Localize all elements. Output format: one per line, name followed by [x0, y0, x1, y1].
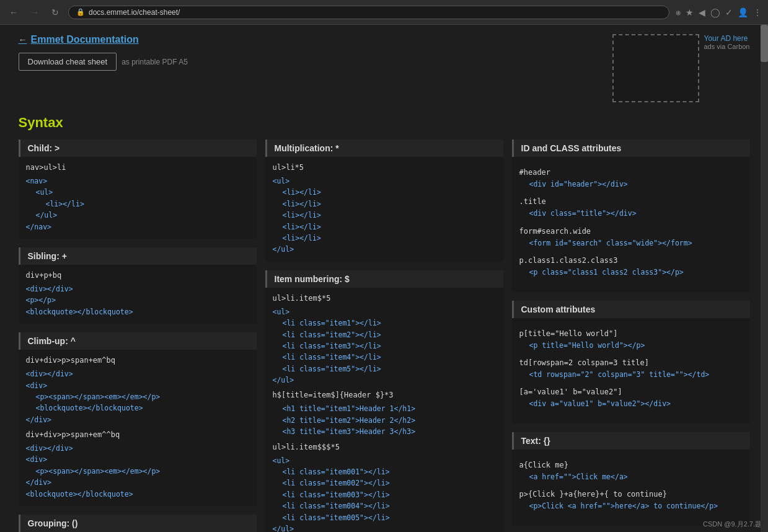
- click-me-emmet: a{Click me}: [519, 461, 743, 469]
- p-here-emmet: p>{Click }+a{here}+{ to continue}: [519, 490, 743, 499]
- code-line: <li></li>: [283, 198, 496, 210]
- code-line: <div></div>: [26, 283, 249, 295]
- child-code: <nav> <ul> <li></li> </ul> </nav>: [26, 175, 249, 233]
- climbup-header: Climb-up: ^: [19, 332, 257, 350]
- code-line: <p><span></span><em></em></p>: [36, 391, 249, 402]
- class-code: <div class="title"></div>: [529, 208, 743, 219]
- id-emmet: #header: [519, 168, 743, 177]
- multiplication-header: Multiplication: *: [265, 140, 503, 157]
- code-line: <li class="item5"></li>: [283, 363, 496, 375]
- class-subsection: .title <div class="title"></div>: [519, 197, 743, 219]
- num-code3: <ul> <li class="item001"></li> <li class…: [273, 455, 496, 532]
- code-line: <ul>: [273, 455, 496, 466]
- lock-icon: 🔒: [76, 8, 85, 16]
- sibling-header: Sibling: +: [19, 247, 257, 265]
- code-line: <div>: [26, 454, 249, 465]
- code-line: <div></div>: [26, 368, 249, 379]
- code-line: </ul>: [36, 210, 249, 221]
- url-text: docs.emmet.io/cheat-sheet/: [89, 8, 180, 17]
- bookmark-icon[interactable]: ★: [686, 7, 694, 17]
- pclass-subsection: p.class1.class2.class3 <p class="class1 …: [519, 256, 743, 278]
- ad-title: Your AD here: [704, 34, 750, 43]
- sibling-emmet: div+p+bq: [26, 271, 249, 280]
- child-header: Child: >: [19, 140, 257, 157]
- mult-code: <ul> <li></li> <li></li> <li></li> <li><…: [273, 175, 496, 255]
- code-line: <li></li>: [283, 210, 496, 221]
- code-line: <li class="item001"></li>: [283, 466, 496, 477]
- numbering-block: ul>li.item$*5 <ul> <li class="item1"></l…: [265, 288, 503, 532]
- sibling-code: <div></div> <p></p> <blockquote></blockq…: [26, 283, 249, 317]
- click-me-subsection: a{Click me} <a href="">Click me</a>: [519, 461, 743, 482]
- column-2: Multiplication: * ul>li*5 <ul> <li></li>…: [265, 140, 503, 532]
- code-line: <p><span></span><em></em></p>: [36, 466, 249, 477]
- section-title: Syntax: [19, 115, 750, 131]
- code-line: <ul>: [273, 175, 496, 187]
- scrollbar-track[interactable]: [761, 25, 768, 532]
- column-1: Child: > nav>ul>li <nav> <ul> <li></li> …: [19, 140, 257, 532]
- code-line: </nav>: [26, 221, 249, 233]
- p-here-code: <p>Click <a href="">here</a> to continue…: [529, 500, 743, 512]
- refresh-button[interactable]: ↻: [48, 6, 62, 19]
- grouping-header: Grouping: (): [19, 515, 257, 532]
- form-emmet: form#search.wide: [519, 227, 743, 236]
- num-emmet2: h$[title=item$]{Header $}*3: [273, 391, 496, 399]
- back-link[interactable]: ← Emmet Documentation: [19, 34, 188, 45]
- id-class-block: #header <div id="header"></div> .title <…: [512, 157, 750, 292]
- browser-actions: ⎈ ★ ◀ ◯ ✓ 👤 ⋮: [676, 7, 762, 17]
- puzzle-icon[interactable]: ✓: [725, 7, 733, 17]
- forward-button[interactable]: →: [27, 6, 42, 19]
- ad-subtitle: ads via Carbon: [704, 43, 750, 50]
- ab-code: <div a="value1" b="value2"></div>: [529, 398, 743, 409]
- code-line: <li class="item004"></li>: [283, 500, 496, 512]
- code-line: <blockquote></blockquote>: [26, 489, 249, 500]
- num-emmet1: ul>li.item$*5: [273, 294, 496, 303]
- td-subsection: td[rowspan=2 colspan=3 title] <td rowspa…: [519, 358, 743, 380]
- pclass-code: <p class="class1 class2 class3"></p>: [529, 267, 743, 278]
- code-line: <nav>: [26, 175, 249, 187]
- page-content: ← Emmet Documentation Download cheat she…: [6, 25, 762, 532]
- ad-text-block: Your AD here ads via Carbon: [704, 34, 750, 50]
- url-bar[interactable]: 🔒 docs.emmet.io/cheat-sheet/: [68, 6, 669, 19]
- code-line: <div></div>: [26, 443, 249, 454]
- code-line: <ul>: [273, 306, 496, 317]
- code-line: <li class="item4"></li>: [283, 352, 496, 363]
- title-attr-subsection: p[title="Hello world"] <p title="Hello w…: [519, 329, 743, 351]
- avatar-icon[interactable]: 👤: [738, 7, 748, 17]
- extensions-icon[interactable]: ◀: [699, 7, 705, 17]
- share-icon[interactable]: ⎈: [676, 7, 681, 17]
- code-line: <li class="item2"></li>: [283, 329, 496, 340]
- back-link-label: Emmet Documentation: [31, 34, 139, 45]
- code-line: <li class="item002"></li>: [283, 477, 496, 489]
- text-block: a{Click me} <a href="">Click me</a> p>{C…: [512, 450, 750, 526]
- code-line: <li></li>: [283, 233, 496, 244]
- climbup-block: div+div>p>span+em^bq <div></div> <div> <…: [19, 350, 257, 506]
- climbup-emmet1: div+div>p>span+em^bq: [26, 356, 249, 365]
- page-header: ← Emmet Documentation Download cheat she…: [19, 25, 750, 109]
- click-me-code: <a href="">Click me</a>: [529, 471, 743, 482]
- code-line: </ul>: [273, 244, 496, 255]
- num-code1: <ul> <li class="item1"></li> <li class="…: [273, 306, 496, 386]
- ad-box: [612, 34, 699, 102]
- id-code: <div id="header"></div>: [529, 179, 743, 190]
- download-button[interactable]: Download cheat sheet: [19, 53, 117, 71]
- code-line: <p></p>: [26, 295, 249, 306]
- text-header: Text: {}: [512, 432, 750, 450]
- sibling-block: div+p+bq <div></div> <p></p> <blockquote…: [19, 265, 257, 324]
- pclass-emmet: p.class1.class2.class3: [519, 256, 743, 265]
- code-line: <li></li>: [283, 187, 496, 198]
- multiplication-block: ul>li*5 <ul> <li></li> <li></li> <li></l…: [265, 157, 503, 262]
- menu-icon[interactable]: ⋮: [753, 7, 762, 17]
- code-line: <ul>: [36, 187, 249, 198]
- title-attr-emmet: p[title="Hello world"]: [519, 329, 743, 338]
- back-button[interactable]: ←: [6, 6, 21, 19]
- help-icon[interactable]: ◯: [710, 7, 720, 17]
- td-code: <td rowspan="2" colspan="3" title=""></t…: [529, 369, 743, 380]
- scrollbar-thumb[interactable]: [761, 25, 768, 62]
- main-columns: Child: > nav>ul>li <nav> <ul> <li></li> …: [19, 140, 750, 532]
- code-line: <blockquote></blockquote>: [36, 402, 249, 414]
- num-emmet3: ul>li.item$$$*5: [273, 443, 496, 451]
- mult-emmet: ul>li*5: [273, 163, 496, 172]
- p-here-subsection: p>{Click }+a{here}+{ to continue} <p>Cli…: [519, 490, 743, 512]
- form-subsection: form#search.wide <form id="search" class…: [519, 227, 743, 249]
- code-line: <li class="item1"></li>: [283, 317, 496, 329]
